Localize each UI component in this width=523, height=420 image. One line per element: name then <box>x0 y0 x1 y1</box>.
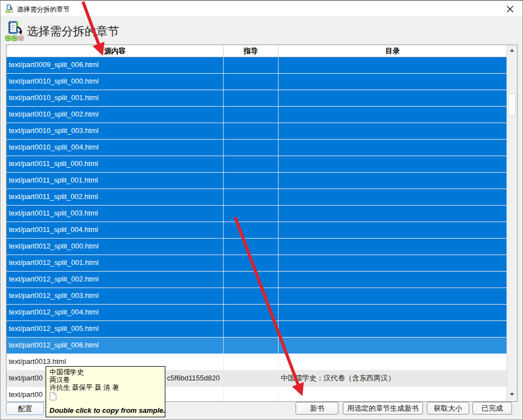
cell-source[interactable]: text/part0010_split_001.html <box>7 90 224 106</box>
table-row[interactable]: text/part0010_split_002.html <box>7 107 507 123</box>
cell-source[interactable]: text/part0012_split_006.html <box>7 338 224 353</box>
table-row[interactable]: text/part0012_split_003.html <box>7 288 507 305</box>
cell-toc[interactable] <box>279 140 507 156</box>
cell-source[interactable]: text/part0010_split_000.html <box>7 74 224 90</box>
cell-guide[interactable] <box>224 107 279 123</box>
column-header-toc[interactable]: 目录 <box>279 45 507 57</box>
cell-source[interactable]: text/part0012_split_003.html <box>7 288 224 304</box>
cell-guide[interactable] <box>224 239 279 255</box>
cell-toc[interactable] <box>279 189 507 205</box>
cell-source[interactable]: text/part0012_split_001.html <box>7 255 224 271</box>
cell-toc[interactable] <box>279 206 507 222</box>
config-button[interactable]: 配置 <box>6 402 44 415</box>
cell-toc[interactable] <box>279 57 507 73</box>
tooltip-hint: Double click to copy from sample. <box>49 406 165 415</box>
table-row[interactable]: text/part0011_split_002.html <box>7 189 507 206</box>
table-row[interactable]: text/part0012_split_004.html <box>7 305 507 321</box>
cell-toc[interactable] <box>279 173 507 189</box>
table-row[interactable]: text/part0012_split_002.html <box>7 272 507 288</box>
cell-toc[interactable]: 中国儒学史：汉代卷（含东西两汉） <box>279 371 507 386</box>
cell-guide[interactable] <box>224 140 279 156</box>
table-row[interactable]: text/part0010_split_003.html <box>7 123 507 140</box>
cell-guide[interactable] <box>224 354 279 370</box>
table-row[interactable]: text/part0011_split_001.html <box>7 173 507 189</box>
cell-source[interactable]: text/part0010_split_003.html <box>7 123 224 139</box>
table-row[interactable]: text/part0010_split_000.html <box>7 74 507 90</box>
cell-source[interactable]: text/part0012_split_005.html <box>7 321 224 337</box>
cell-guide[interactable] <box>224 305 279 320</box>
cell-source[interactable]: text/part0010_split_002.html <box>7 107 224 123</box>
table-row[interactable]: text/part0011_split_004.html <box>7 222 507 239</box>
cell-guide[interactable] <box>224 57 279 73</box>
table-row[interactable]: text/part0011_split_003.html <box>7 206 507 222</box>
cell-source[interactable]: text/part0010_split_004.html <box>7 140 224 156</box>
cell-source[interactable]: text/part0011_split_000.html <box>7 156 224 172</box>
cell-toc[interactable] <box>279 239 507 255</box>
cell-toc[interactable] <box>279 90 507 106</box>
scroll-up-button[interactable] <box>507 45 517 55</box>
cell-guide[interactable] <box>224 288 279 304</box>
cell-source[interactable]: text/part0011_split_004.html <box>7 222 224 238</box>
cell-toc[interactable] <box>279 338 507 353</box>
cell-guide[interactable] <box>224 338 279 353</box>
generate-book-button[interactable]: 用选定的章节生成新书 <box>343 402 423 415</box>
cell-toc[interactable] <box>279 74 507 90</box>
cell-guide[interactable] <box>224 156 279 172</box>
scroll-down-button[interactable] <box>507 389 517 399</box>
column-header-source[interactable]: 源内容 <box>7 45 224 57</box>
new-book-button[interactable]: 新书 <box>296 402 338 415</box>
scrollbar-thumb[interactable] <box>508 93 516 115</box>
cell-guide[interactable] <box>224 173 279 189</box>
source-fragment-right: c5f6bd1155d820 <box>167 371 220 386</box>
cell-guide[interactable] <box>224 222 279 238</box>
cell-guide[interactable] <box>224 272 279 288</box>
cell-toc[interactable] <box>279 107 507 123</box>
cell-source[interactable]: text/part0012_split_004.html <box>7 305 224 320</box>
cell-toc[interactable] <box>279 255 507 271</box>
cell-source[interactable]: text/part0009_split_006.html <box>7 57 224 73</box>
cell-source[interactable]: text/part0011_split_002.html <box>7 189 224 205</box>
source-fragment-left: text/part00 <box>9 390 42 399</box>
close-button[interactable] <box>499 1 520 17</box>
cell-guide[interactable] <box>224 74 279 90</box>
get-size-button[interactable]: 获取大小 <box>427 402 469 415</box>
vertical-scrollbar[interactable] <box>507 45 517 401</box>
table-row[interactable]: text/part0012_split_000.html <box>7 239 507 255</box>
cell-guide[interactable] <box>224 321 279 337</box>
cell-guide[interactable] <box>224 255 279 271</box>
cell-guide[interactable] <box>224 123 279 139</box>
cell-guide[interactable] <box>224 189 279 205</box>
cell-guide[interactable] <box>224 371 279 386</box>
triangle-up-icon <box>510 49 514 52</box>
close-icon <box>507 5 514 13</box>
dialog-window: 选择需分拆的章节 选择需分拆的章节 源内容 指导 目录 <box>0 0 523 420</box>
table-row[interactable]: text/part0010_split_004.html <box>7 140 507 156</box>
cell-source[interactable]: text/part0012_split_002.html <box>7 272 224 288</box>
cell-guide[interactable] <box>224 206 279 222</box>
cell-toc[interactable] <box>279 305 507 320</box>
table-row[interactable]: text/part0009_split_006.html <box>7 57 507 74</box>
triangle-down-icon <box>510 393 514 396</box>
cell-source[interactable]: text/part0011_split_003.html <box>7 206 224 222</box>
cell-toc[interactable] <box>279 123 507 139</box>
column-header-guide[interactable]: 指导 <box>224 45 279 57</box>
cell-source[interactable]: text/part0011_split_001.html <box>7 173 224 189</box>
cell-toc[interactable] <box>279 156 507 172</box>
blank-page-icon <box>49 392 57 401</box>
cell-toc[interactable] <box>279 387 507 401</box>
table-row[interactable]: text/part0011_split_000.html <box>7 156 507 173</box>
done-button[interactable]: 已完成 <box>472 402 512 415</box>
cell-source[interactable]: text/part0012_split_000.html <box>7 239 224 255</box>
table-row[interactable]: text/part0010_split_001.html <box>7 90 507 107</box>
cell-toc[interactable] <box>279 321 507 337</box>
cell-toc[interactable] <box>279 272 507 288</box>
table-row[interactable]: text/part0012_split_006.html <box>7 338 507 354</box>
cell-guide[interactable] <box>224 387 279 401</box>
table-row[interactable]: text/part0012_split_001.html <box>7 255 507 272</box>
cell-toc[interactable] <box>279 354 507 370</box>
cell-guide[interactable] <box>224 90 279 106</box>
cell-toc[interactable] <box>279 288 507 304</box>
tooltip-line: 两汉卷 <box>49 376 162 384</box>
table-row[interactable]: text/part0012_split_005.html <box>7 321 507 338</box>
cell-toc[interactable] <box>279 222 507 238</box>
